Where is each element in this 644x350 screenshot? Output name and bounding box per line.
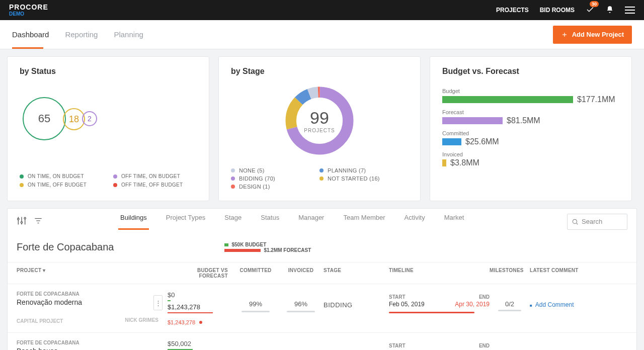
card-by-stage: by Stage 99 PROJECTS NONE (5) PLANNING (… [218,56,421,201]
search-placeholder: Search [582,218,602,225]
row-bvf: $50,002 [168,340,233,350]
list-bfc-summary: $50K BUDGET $1.2MM FORECAST [224,242,311,253]
bv-invoiced: Invoiced $3.8MM [442,151,619,167]
tab-reporting[interactable]: Reporting [65,20,98,49]
brand-logo: PROCORE [9,4,48,11]
add-project-button[interactable]: Add New Project [553,26,632,44]
donut-chart[interactable]: 99 PROJECTS [231,83,408,158]
card-budget-title: Budget vs. Forecast [442,67,619,76]
ftab-manager[interactable]: Manager [298,214,324,229]
legend-item: OFF TIME, OFF BUDGET [113,182,197,188]
svg-point-8 [18,218,19,220]
row-committed: 99% [233,291,278,312]
donut-total: 99 [304,108,335,128]
stage-legend: NONE (5) PLANNING (7) BIDDING (70) NOT S… [231,167,408,190]
list-title: Forte de Copacabana [17,241,114,253]
row-author: NICK GRIMES [103,317,158,323]
add-comment-link[interactable]: Add Comment [530,291,627,308]
filter-icon[interactable] [34,216,43,227]
card-budget-forecast: Budget vs. Forecast Budget $177.1MM Fore… [430,56,632,201]
svg-point-12 [24,217,26,219]
svg-line-17 [577,223,578,224]
brand-sub: DEMO [9,12,48,17]
main-tabs: Dashboard Reporting Planning [12,20,143,49]
legend-item: DESIGN (1) [231,184,319,190]
subnav: Dashboard Reporting Planning Add New Pro… [0,20,644,49]
ftab-activity[interactable]: Activity [405,214,425,229]
filter-tabs: Buildings Project Types Stage Status Man… [120,214,464,229]
th-bvf[interactable]: BUDGET VS FORECAST [168,268,233,279]
menu-icon[interactable] [625,7,635,14]
project-list-panel: Forte de Copacabana $50K BUDGET $1.2MM F… [7,234,637,350]
svg-point-16 [573,219,577,223]
row-category: FORTE DE COPACABANA [17,340,168,345]
table-row[interactable]: FORTE DE COPACABANA Renovação moderna CA… [8,284,636,333]
legend-item: OFF TIME, ON BUDGET [113,173,197,179]
row-name: Renovação moderna [17,298,168,306]
top-links: PROJECTS BID ROOMS 30 [496,5,635,16]
th-invoiced[interactable]: INVOICED [278,268,324,279]
donut-center: 99 PROJECTS [304,108,335,133]
filter-bar: Buildings Project Types Stage Status Man… [7,208,637,234]
row-bvf: $0 $1,243,278 $1,243,278 [168,291,233,325]
legend-item: PLANNING (7) [319,167,408,173]
table-header: PROJECT ▾ BUDGET VS FORECAST COMMITTED I… [8,262,636,284]
row-stage: BIDDING [324,291,389,309]
card-stage-title: by Stage [231,67,408,76]
bubble-off-time-on-budget[interactable]: 2 [82,111,97,126]
row-timeline: STARTEND [389,340,490,348]
bv-committed: Committed $25.6MM [442,130,619,146]
row-milestones: 0/2 [490,291,530,311]
card-by-status: by Status 65 18 2 ON TIME, ON BUDGET OFF… [7,56,209,201]
bv-budget: Budget $177.1MM [442,88,619,104]
nav-projects[interactable]: PROJECTS [496,7,529,14]
legend-item: ON TIME, ON BUDGET [20,173,103,179]
kebab-icon[interactable]: ⋮ [153,295,163,310]
th-comment[interactable]: LATEST COMMENT [530,268,627,279]
row-invoiced: 96% [278,291,324,312]
th-committed[interactable]: COMMITTED [233,268,278,279]
list-header: Forte de Copacabana $50K BUDGET $1.2MM F… [8,241,636,262]
status-legend: ON TIME, ON BUDGET OFF TIME, ON BUDGET O… [20,173,197,188]
table-row[interactable]: FORTE DE COPACABANA Beach house $50,002 … [8,333,636,350]
cards-row: by Status 65 18 2 ON TIME, ON BUDGET OFF… [0,49,644,208]
th-project[interactable]: PROJECT ▾ [17,268,168,279]
ftab-stage[interactable]: Stage [224,214,242,229]
th-milestones[interactable]: MILESTONES [490,268,530,279]
legend-item: ON TIME, OFF BUDGET [20,182,103,188]
bell-icon[interactable] [606,6,614,15]
row-timeline: STARTEND Feb 05, 2019Apr 30, 2019 [389,291,490,313]
th-stage[interactable]: STAGE [324,268,389,279]
notif-badge: 30 [590,1,599,7]
ftab-market[interactable]: Market [444,214,464,229]
ftab-team[interactable]: Team Member [343,214,385,229]
ftab-buildings[interactable]: Buildings [120,214,147,229]
tab-dashboard[interactable]: Dashboard [12,20,49,49]
legend-item: BIDDING (70) [231,176,319,182]
nav-bidrooms[interactable]: BID ROOMS [540,7,575,14]
card-status-title: by Status [20,67,197,76]
brand: PROCORE DEMO [9,4,48,17]
chevron-down-icon: ▾ [43,268,45,273]
sliders-icon[interactable] [17,216,27,227]
topbar: PROCORE DEMO PROJECTS BID ROOMS 30 [0,0,644,20]
row-category: FORTE DE COPACABANA [17,291,168,297]
plus-icon [561,31,568,38]
checkmark-icon[interactable]: 30 [586,5,595,16]
bubble-on-time-on-budget[interactable]: 65 [23,97,66,140]
status-bubbles: 65 18 2 [20,88,197,148]
th-timeline[interactable]: TIMELINE [389,268,490,279]
donut-label: PROJECTS [304,128,335,133]
ftab-status[interactable]: Status [261,214,279,229]
search-icon [572,218,579,225]
legend-item: NOT STARTED (16) [319,176,408,182]
search-input[interactable]: Search [567,214,627,230]
add-project-label: Add New Project [572,31,624,38]
svg-point-10 [21,222,22,223]
bv-forecast: Forecast $81.5MM [442,109,619,125]
row-name: Beach house [17,347,168,350]
legend-item: NONE (5) [231,167,319,173]
ftab-project-types[interactable]: Project Types [166,214,206,229]
tab-planning[interactable]: Planning [114,20,143,49]
